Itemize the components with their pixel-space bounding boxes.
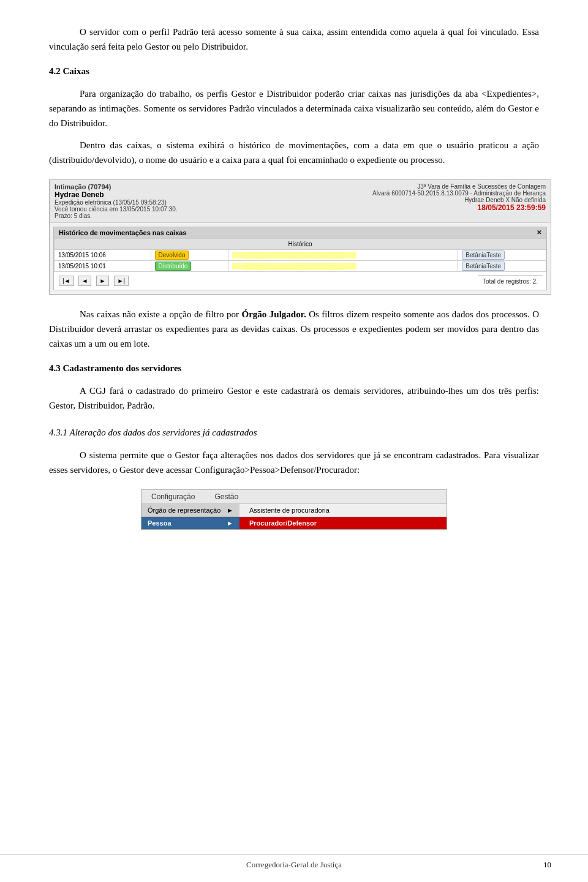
devolvido-badge: Devolvido: [155, 251, 189, 260]
section-42-heading: 4.2 Caixas: [49, 66, 539, 77]
row1-action: Devolvido: [151, 250, 228, 261]
distribuido-badge: Distribuído: [155, 262, 192, 271]
paragraph-5: A CGJ fará o cadastrado do primeiro Gest…: [49, 383, 539, 413]
nav-last[interactable]: ►|: [114, 276, 129, 286]
court-info: J3ª Vara de Família e Sucessões de Conta…: [372, 183, 546, 190]
intimacao-title: Intimação (70794): [55, 183, 372, 190]
submenu-orgao-row[interactable]: Órgão de representação ►: [141, 504, 239, 517]
row2-dest: BetâniaTeste: [458, 261, 546, 272]
row2-action: Distribuído: [151, 261, 228, 272]
redacted-name-2: ██████████████████: [232, 263, 357, 270]
page-footer: Corregedoria-Geral de Justiça: [0, 854, 588, 870]
row2-date: 13/05/2015 10:01: [55, 261, 151, 272]
close-historico-icon[interactable]: ✕: [537, 229, 541, 236]
row1-dest: BetâniaTeste: [458, 250, 546, 261]
redacted-name: ██████████████████: [232, 252, 357, 258]
expedicao-info: Expedição eletrônica (13/05/15 09:58:23): [55, 199, 372, 206]
hydrae-name: Hydrae Deneb: [55, 190, 372, 199]
screenshot-left-info: Intimação (70794) Hydrae Deneb Expedição…: [55, 183, 372, 219]
screenshot-2: Configuração Gestão Órgão de representaç…: [141, 489, 447, 530]
section-43-heading: 4.3 Cadastramento dos servidores: [49, 363, 539, 374]
betania-badge-1: BetâniaTeste: [462, 251, 505, 260]
submenu-pessoa-row[interactable]: Pessoa ►: [141, 517, 239, 529]
historico-footer: |◄ ◄ ► ►| Total de registros: 2.: [54, 272, 546, 290]
page-number: 10: [543, 860, 551, 870]
submenu-container: Órgão de representação ► Pessoa ► Assist…: [141, 504, 447, 529]
footer-text: Corregedoria-Geral de Justiça: [246, 860, 342, 870]
prazo-info: Prazo: 5 dias.: [55, 213, 372, 219]
paragraph-3: Dentro das caixas, o sistema exibirá o h…: [49, 138, 539, 167]
nav-next[interactable]: ►: [96, 276, 110, 286]
row1-redacted: ██████████████████: [228, 250, 458, 261]
menu-gestao[interactable]: Gestão: [205, 490, 248, 503]
submenu-left-panel: Órgão de representação ► Pessoa ►: [141, 504, 239, 529]
submenu-orgao-arrow: ►: [227, 507, 233, 514]
alvara-info: Alvará 6000714-50.2015.8.13.0079 - Admin…: [372, 190, 546, 197]
submenu-option-procurador[interactable]: Procurador/Defensor: [239, 517, 447, 529]
submenu-option-assistente[interactable]: Assistente de procuradoria: [239, 504, 447, 517]
historico-title-label: Histórico de movimentações nas caixas: [59, 229, 186, 236]
submenu-orgao-label: Órgão de representação: [148, 507, 221, 514]
submenu-pessoa-arrow: ►: [227, 519, 233, 527]
paragraph-2: Para organização do trabalho, os perfis …: [49, 86, 539, 130]
screenshot-1: Intimação (70794) Hydrae Deneb Expedição…: [49, 179, 551, 295]
nav-controls: |◄ ◄ ► ►|: [58, 274, 130, 287]
historico-table: Histórico 13/05/2015 10:06 Devolvido ███…: [54, 238, 546, 272]
italic-heading-431: 4.3.1 Alteração dos dados dos servidores…: [49, 428, 539, 438]
total-registros: Total de registros: 2.: [478, 275, 543, 287]
submenu-right-panel: Assistente de procuradoria Procurador/De…: [239, 504, 447, 529]
page-content: O servidor com o perfil Padrão terá aces…: [0, 0, 588, 579]
historico-col-header: Histórico: [55, 239, 546, 250]
table-row: 13/05/2015 10:01 Distribuído ███████████…: [55, 261, 546, 272]
nav-first[interactable]: |◄: [59, 276, 74, 286]
paragraph-1: O servidor com o perfil Padrão terá aces…: [49, 24, 539, 54]
paragraph-4: Nas caixas não existe a opção de filtro …: [49, 307, 539, 351]
nav-prev[interactable]: ◄: [78, 276, 92, 286]
date-deadline: 18/05/2015 23:59:59: [372, 203, 546, 212]
orgao-julgador-bold: Órgão Julgador.: [242, 309, 306, 319]
row1-date: 13/05/2015 10:06: [55, 250, 151, 261]
historico-header: Histórico de movimentações nas caixas ✕: [54, 227, 546, 238]
paragraph-6: O sistema permite que o Gestor faça alte…: [49, 448, 539, 477]
betania-badge-2: BetâniaTeste: [462, 262, 505, 271]
ciencia-info: Você tomou ciência em 13/05/2015 10:07:3…: [55, 206, 372, 213]
screenshot-top-bar: Intimação (70794) Hydrae Deneb Expedição…: [50, 180, 551, 223]
para4-text-start: Nas caixas não existe a opção de filtro …: [80, 309, 242, 319]
hydrae-role: Hydrae Deneb X Não definida: [372, 197, 546, 203]
table-row: 13/05/2015 10:06 Devolvido █████████████…: [55, 250, 546, 261]
historico-section: Histórico de movimentações nas caixas ✕ …: [53, 227, 547, 290]
menu-configuracao[interactable]: Configuração: [141, 490, 205, 503]
menu-bar: Configuração Gestão: [141, 490, 447, 504]
row2-redacted: ██████████████████: [228, 261, 458, 272]
screenshot-right-info: J3ª Vara de Família e Sucessões de Conta…: [372, 183, 546, 219]
submenu-pessoa-label: Pessoa: [148, 519, 172, 527]
